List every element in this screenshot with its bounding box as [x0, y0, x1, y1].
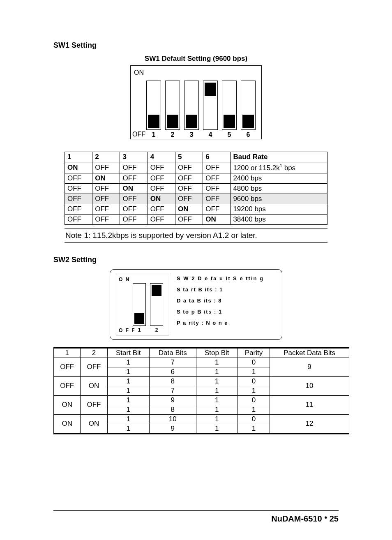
sw1-knob-5: [224, 115, 235, 128]
sw1-baud-cell: 38400 bps: [231, 214, 327, 224]
sw1-cell: OFF: [65, 214, 92, 224]
sw2-header-cell: Data Bits: [149, 348, 196, 358]
sw2-packet-cell: 9: [270, 358, 349, 376]
sw2-cell: 1: [196, 386, 238, 395]
sw2-cell: OFF: [81, 358, 107, 376]
sw2-cell: 6: [149, 367, 196, 376]
sw2-cell: 1: [238, 424, 270, 434]
sw1-cell: ON: [203, 214, 231, 224]
sw1-cell: ON: [148, 194, 175, 204]
sw2-start-bits: S ta rt B its : 1: [177, 286, 264, 293]
sw1-baud-cell: 1200 or 115.2k1 bps: [231, 162, 327, 173]
sw1-cell: OFF: [65, 183, 92, 194]
sw1-on-label: ON: [134, 69, 144, 76]
sw2-row: OFFOFF17109: [54, 358, 349, 367]
sw1-dip-diagram: ON OFF 123456: [130, 65, 262, 139]
sw1-cell: ON: [92, 173, 120, 183]
sw1-knob-6: [242, 115, 254, 128]
sw1-cell: OFF: [175, 183, 203, 194]
sw2-cell: ON: [54, 414, 81, 434]
sw2-cell: 9: [149, 424, 196, 434]
sw2-cell: 8: [149, 376, 196, 386]
sw1-cell: OFF: [148, 173, 175, 183]
sw2-header-cell: 2: [81, 348, 107, 358]
sw2-packet-cell: 12: [270, 414, 349, 434]
sw1-cell: OFF: [175, 162, 203, 173]
sw1-cell: OFF: [148, 183, 175, 194]
page-footer: NuDAM-6510 • 25: [53, 510, 339, 524]
sw1-cell: OFF: [203, 204, 231, 214]
sw1-row: ONOFFOFFOFFOFFOFF1200 or 115.2k1 bps: [65, 162, 327, 173]
sw1-cell: OFF: [65, 204, 92, 214]
sw1-off-label: OFF: [132, 131, 145, 138]
sw1-cell: OFF: [203, 162, 231, 173]
sw1-baud-table: 123456Baud Rate ONOFFOFFOFFOFFOFF1200 or…: [65, 152, 327, 225]
sw2-header-cell: Start Bit: [107, 348, 149, 358]
sw1-cell: OFF: [120, 204, 148, 214]
sw1-cell: OFF: [175, 214, 203, 224]
sw2-knob-1: [134, 313, 144, 324]
sw1-header-cell: 1: [65, 152, 92, 162]
sw1-cell: OFF: [92, 194, 120, 204]
sw1-row: OFFONOFFOFFOFFOFF2400 bps: [65, 173, 327, 183]
sw1-cell: OFF: [175, 173, 203, 183]
sw1-header-cell: Baud Rate: [231, 152, 327, 162]
sw1-cell: OFF: [120, 173, 148, 183]
sw1-baud-cell: 9600 bps: [231, 194, 327, 204]
sw1-cell: OFF: [120, 194, 148, 204]
sw1-slot-2: 2: [165, 81, 180, 130]
sw1-slot-num-1: 1: [147, 131, 161, 138]
sw1-slot-num-6: 6: [241, 131, 255, 138]
sw2-cell: ON: [81, 414, 107, 434]
sw2-cell: 1: [107, 376, 149, 386]
sw1-cell: OFF: [148, 214, 175, 224]
sw2-cell: 1: [196, 405, 238, 414]
sw1-cell: ON: [175, 204, 203, 214]
sw2-heading: SW2 Setting: [53, 256, 339, 264]
sw2-slot-1: 1: [133, 283, 146, 326]
sw1-knob-1: [148, 115, 159, 128]
sw2-cell: 8: [149, 405, 196, 414]
sw2-cell: 1: [196, 367, 238, 376]
sw2-row: ONON1101012: [54, 414, 349, 424]
sw2-cell: 0: [238, 358, 270, 367]
sw1-heading: SW1 Setting: [53, 41, 339, 50]
sw1-slot-4: 4: [203, 81, 218, 130]
sw2-cell: 0: [238, 376, 270, 386]
sw1-cell: OFF: [120, 214, 148, 224]
sw2-slot-num-1: 1: [133, 327, 145, 333]
sw1-header-cell: 2: [92, 152, 120, 162]
sw1-slot-6: 6: [241, 81, 256, 130]
sw1-header-cell: 5: [175, 152, 203, 162]
sw2-cell: 1: [238, 386, 270, 395]
sw2-cell: 1: [107, 405, 149, 414]
sw2-data-bits: D a ta B its : 8: [177, 298, 264, 304]
sw1-slot-1: 1: [146, 81, 161, 130]
sw2-cell: 1: [107, 414, 149, 424]
sw1-cell: OFF: [92, 183, 120, 194]
sw1-knob-2: [167, 115, 178, 128]
sw1-header-cell: 4: [148, 152, 175, 162]
sw1-knob-4: [205, 83, 216, 96]
sw1-header-cell: 3: [120, 152, 148, 162]
sw2-cell: OFF: [54, 376, 81, 395]
sw2-cell: 1: [196, 424, 238, 434]
sw2-default-panel: O N O F F 12 S W 2 D e fa u lt S e ttin …: [110, 269, 282, 340]
sw2-parity: P a rity : N o n e: [177, 320, 264, 326]
sw1-baud-cell: 4800 bps: [231, 183, 327, 194]
sw1-slot-5: 5: [222, 81, 237, 130]
sw1-cell: OFF: [175, 194, 203, 204]
sw2-cell: 1: [107, 424, 149, 434]
sw1-cell: ON: [120, 183, 148, 194]
sw2-cell: 0: [238, 395, 270, 405]
sw2-stop-bits: S to p B its : 1: [177, 309, 264, 315]
sw1-cell: OFF: [92, 162, 120, 173]
sw2-config-table: 12Start BitData BitsStop BitParityPacket…: [53, 347, 349, 434]
sw1-cell: OFF: [120, 162, 148, 173]
sw1-row: OFFOFFONOFFOFFOFF4800 bps: [65, 183, 327, 194]
sw1-cell: OFF: [203, 183, 231, 194]
sw1-baud-cell: 19200 bps: [231, 204, 327, 214]
sw2-cell: 1: [107, 386, 149, 395]
sw2-header-cell: 1: [54, 348, 81, 358]
sw2-cell: 7: [149, 358, 196, 367]
